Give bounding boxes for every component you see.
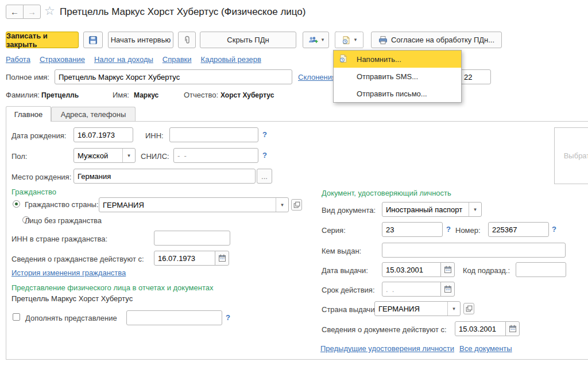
all-documents-link[interactable]: Все документы: [459, 344, 512, 353]
issue-date-calendar-button[interactable]: [440, 262, 455, 277]
tab-adresa-telefony[interactable]: Адреса, телефоны: [51, 107, 136, 122]
nav-link-nalog[interactable]: Налог на доходы: [94, 55, 153, 64]
surname-label: Фамилия:: [6, 91, 40, 99]
number-help-icon[interactable]: ?: [552, 225, 556, 233]
responsible-persons-menu-button[interactable]: ▾: [303, 32, 329, 48]
presentation-header: Представление физического лица в отчетах…: [11, 283, 213, 292]
birthplace-more-button[interactable]: ...: [257, 169, 272, 184]
dept-code-input[interactable]: [516, 262, 566, 277]
issue-country-label: Страна выдачи:: [322, 305, 377, 314]
photo-placeholder: Выбрать фото: [564, 151, 588, 160]
dropdown-caret-icon: ▾: [322, 37, 324, 42]
tab-glavnoe[interactable]: Главное: [6, 106, 51, 122]
favorite-star-icon[interactable]: ☆: [44, 4, 55, 18]
append-presentation-input[interactable]: [126, 310, 222, 325]
birth-date-label: Дата рождения:: [11, 131, 66, 140]
validity-field: [382, 282, 455, 297]
printer-icon: [378, 36, 388, 45]
nav-link-rabota[interactable]: Работа: [6, 55, 30, 64]
foreign-inn-label: ИНН в стране гражданства:: [11, 235, 107, 243]
stateless-radio-label: Лицо без гражданства: [25, 216, 102, 225]
birthplace-label: Место рождения:: [11, 173, 71, 181]
citizenship-country-open-button[interactable]: [291, 199, 302, 211]
forward-arrow-icon: →: [28, 7, 36, 17]
doc-valid-from-calendar-button[interactable]: [505, 321, 520, 336]
dropdown-caret-icon: ▾: [474, 207, 477, 212]
menu-item-send-sms[interactable]: Отправить SMS...: [334, 68, 461, 85]
issue-date-input[interactable]: [382, 262, 441, 277]
start-interview-button[interactable]: Начать интервью: [108, 32, 173, 48]
citizenship-country-select[interactable]: ГЕРМАНИЯ ▾: [99, 197, 289, 212]
document-kind-select[interactable]: Иностранный паспорт ▾: [382, 202, 482, 217]
citizenship-country-radio[interactable]: [13, 200, 20, 208]
back-arrow-icon: ←: [10, 7, 19, 17]
photo-picker[interactable]: Выбрать фото: [554, 127, 588, 184]
birth-date-input[interactable]: [74, 127, 133, 142]
forward-button[interactable]: →: [23, 5, 41, 19]
doc-valid-from-input[interactable]: [455, 321, 506, 336]
back-button[interactable]: ←: [6, 5, 24, 19]
issue-country-select[interactable]: ГЕРМАНИЯ ▾: [374, 301, 461, 316]
citizenship-valid-from-input[interactable]: [154, 251, 215, 266]
doc-valid-from-field: [455, 321, 520, 336]
citizenship-history-link[interactable]: История изменения гражданства: [11, 268, 126, 277]
citizenship-valid-from-calendar-button[interactable]: [215, 251, 229, 266]
nav-link-strahovanie[interactable]: Страхование: [40, 55, 85, 64]
inn-help-icon[interactable]: ?: [262, 130, 267, 139]
citizenship-country-radio-label: Гражданство страны:: [25, 200, 99, 209]
nav-links-row: Работа Страхование Налог на доходы Справ…: [6, 55, 261, 64]
reminder-menu-button[interactable]: ▾: [335, 32, 363, 48]
number-input[interactable]: [488, 222, 549, 237]
snils-label: СНИЛС:: [141, 152, 169, 161]
issue-date-label: Дата выдачи:: [322, 266, 368, 275]
nav-link-kadroviy-rezerv[interactable]: Кадровый резерв: [201, 55, 261, 64]
dropdown-caret-icon: ▾: [281, 203, 284, 208]
append-presentation-checkbox[interactable]: [13, 313, 20, 321]
ellipsis-icon: ...: [261, 172, 268, 181]
snils-input[interactable]: [173, 148, 258, 163]
series-help-icon[interactable]: ?: [446, 225, 451, 233]
inn-input[interactable]: [169, 127, 258, 142]
citizenship-header: Гражданство: [11, 188, 56, 196]
issued-by-input[interactable]: [382, 243, 566, 258]
menu-item-send-letter[interactable]: Отправить письмо...: [334, 85, 461, 102]
patronymic-value: Хорст Хубертус: [220, 91, 274, 100]
previous-ids-link[interactable]: Предыдущие удостоверения личности: [320, 344, 454, 353]
validity-label: Срок действия:: [322, 286, 375, 294]
nav-link-spravki[interactable]: Справки: [163, 55, 192, 64]
snils-help-icon[interactable]: ?: [262, 151, 267, 159]
reminder-document-clock-icon: [339, 54, 348, 63]
validity-calendar-button[interactable]: [440, 282, 455, 297]
dept-code-label: Код подразд.:: [463, 266, 510, 275]
save-button[interactable]: [83, 32, 103, 48]
consent-pdn-button[interactable]: Согласие на обработку ПДн...: [371, 32, 502, 48]
doc-valid-from-label: Сведения о документе действуют с:: [322, 325, 447, 334]
issue-country-open-button[interactable]: [463, 303, 474, 314]
calendar-icon: [218, 254, 226, 262]
sex-label: Пол:: [11, 152, 28, 161]
save-floppy-icon: [88, 36, 98, 45]
patronymic-label: Отчество:: [184, 91, 218, 99]
declension-link[interactable]: Склонения: [298, 73, 336, 81]
document-kind-label: Вид документа:: [322, 206, 376, 215]
attachments-button[interactable]: [178, 32, 196, 48]
append-presentation-help-icon[interactable]: ?: [226, 313, 230, 322]
paperclip-icon: [183, 36, 192, 45]
foreign-inn-input[interactable]: [154, 231, 230, 246]
birthplace-input[interactable]: [74, 169, 256, 184]
full-name-label: Полное имя:: [6, 73, 49, 81]
dropdown-caret-icon: ▾: [127, 153, 130, 158]
save-and-close-button[interactable]: Записать и закрыть: [6, 32, 79, 48]
hide-personal-data-button[interactable]: Скрыть ПДн: [200, 32, 296, 48]
validity-input[interactable]: [382, 282, 441, 297]
presentation-value: Претцелль Маркус Хорст Хубертус: [11, 294, 133, 303]
sex-select[interactable]: Мужской ▾: [74, 148, 136, 163]
inn-label: ИНН:: [145, 131, 164, 140]
menu-item-remind[interactable]: Напомнить...: [334, 50, 461, 68]
series-input[interactable]: [382, 222, 443, 237]
full-name-input[interactable]: [55, 69, 292, 84]
surname-value: Претцелль: [41, 91, 79, 100]
dropdown-caret-icon: ▾: [354, 37, 357, 42]
page-title: Претцелль Маркус Хорст Хубертус (Физичес…: [60, 6, 305, 18]
number-label: Номер:: [455, 226, 481, 235]
